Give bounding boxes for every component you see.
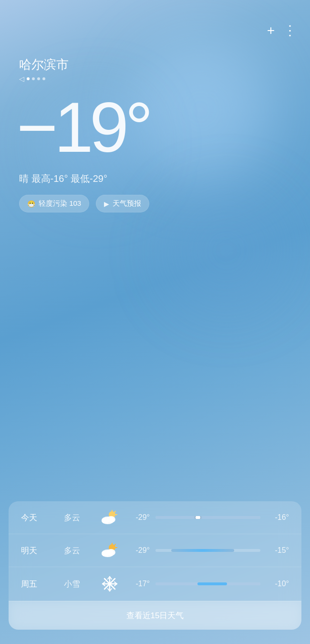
dot-4 <box>42 77 45 80</box>
mask-icon: 😷 <box>27 200 35 208</box>
weather-description: 晴 最高-16° 最低-29° <box>19 172 291 185</box>
temp-bar-tomorrow <box>155 549 260 552</box>
air-quality-label: 轻度污染 103 <box>39 199 81 208</box>
weather-main: 哈尔滨市 ◁ −19° 晴 最高-16° 最低-29° 😷 轻度污染 103 ▶… <box>0 42 310 501</box>
temp-bar-friday <box>155 582 260 585</box>
forecast-row-tomorrow: 明天 多云 -29° -15° <box>9 534 301 567</box>
forecast-panel: 今天 多云 -29° <box>9 501 301 630</box>
temperature-display: −19° <box>17 92 291 163</box>
forecast-temp-low-today: -29° <box>122 513 150 522</box>
forecast-row-friday: 周五 小雪 <box>9 567 301 601</box>
forecast-temp-high-today: -16° <box>266 513 289 522</box>
forecast-day-tomorrow: 明天 <box>21 545 64 556</box>
forecast-condition-friday: 小雪 <box>64 579 97 590</box>
forecast-icon-tomorrow <box>97 543 122 558</box>
forecast-row-today: 今天 多云 -29° <box>9 501 301 534</box>
play-icon: ▶ <box>104 200 109 208</box>
location-arrow-icon: ◁ <box>19 75 24 83</box>
dot-3 <box>37 77 40 80</box>
svg-line-2 <box>114 511 115 513</box>
dot-2 <box>32 77 35 80</box>
city-name: 哈尔滨市 <box>19 56 291 73</box>
view-15-days-button[interactable]: 查看近15日天气 <box>9 601 301 630</box>
forecast-badge[interactable]: ▶ 天气预报 <box>96 195 149 212</box>
svg-point-13 <box>102 551 109 557</box>
forecast-icon-today <box>97 510 122 525</box>
more-button[interactable]: ⋮ <box>283 24 297 37</box>
air-quality-badge[interactable]: 😷 轻度污染 103 <box>19 195 89 212</box>
forecast-temp-high-friday: -10° <box>266 580 289 588</box>
forecast-day-friday: 周五 <box>21 579 64 590</box>
svg-line-9 <box>114 544 115 546</box>
forecast-temp-low-friday: -17° <box>122 580 150 588</box>
forecast-icon-friday <box>97 576 122 592</box>
dot-1 <box>27 77 30 80</box>
forecast-temp-high-tomorrow: -15° <box>266 546 289 555</box>
forecast-label: 天气预报 <box>113 199 141 208</box>
forecast-condition-today: 多云 <box>64 512 97 523</box>
badges-row: 😷 轻度污染 103 ▶ 天气预报 <box>19 195 291 212</box>
top-bar: + ⋮ <box>0 0 310 42</box>
location-dots: ◁ <box>19 75 291 83</box>
temp-bar-today <box>155 516 260 519</box>
forecast-temp-low-tomorrow: -29° <box>122 546 150 555</box>
add-button[interactable]: + <box>267 24 275 37</box>
forecast-condition-tomorrow: 多云 <box>64 545 97 556</box>
svg-point-6 <box>102 518 109 524</box>
forecast-day-today: 今天 <box>21 512 64 523</box>
